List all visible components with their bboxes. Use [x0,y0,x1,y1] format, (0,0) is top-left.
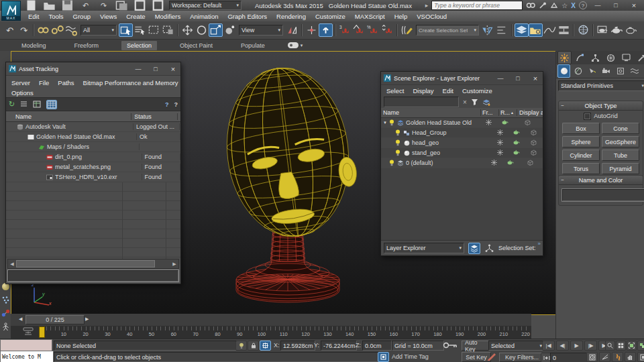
layer-manager-button[interactable] [515,23,529,37]
tab-selection[interactable]: Selection [121,41,157,50]
cone-button[interactable]: Cone [602,123,639,134]
time-slider-handle[interactable]: 0 / 225 [25,315,85,324]
overflow-chevrons-icon[interactable]: » [538,241,541,247]
menu-server[interactable]: Server [11,79,30,86]
object-name-input[interactable] [562,189,644,201]
scene-search-input[interactable] [384,97,459,107]
lightbulb-icon[interactable] [394,129,401,136]
slider-right-arrow[interactable]: ▶ [85,316,89,322]
cylinder-button[interactable]: Cylinder [562,149,600,161]
menu-file[interactable]: File [39,79,49,86]
category-helpers-icon[interactable] [614,64,627,78]
display-as-cell[interactable] [513,119,543,127]
table-row[interactable]: Maps / Shaders [6,142,180,152]
menu-customize[interactable]: Customize [462,87,492,95]
menu-animation[interactable]: Animation [190,13,218,20]
object-type-rollout-header[interactable]: − Object Type [559,101,643,111]
refresh-icon[interactable]: ↻ [9,100,15,109]
horizontal-scrollbar[interactable]: ◀ ▶ [7,259,179,269]
menu-rendering[interactable]: Rendering [276,13,306,20]
details-view-icon[interactable] [33,101,41,108]
close-button[interactable]: × [627,1,641,10]
menu-customize[interactable]: Customize [315,13,345,20]
maximize-button[interactable]: □ [148,64,163,74]
add-time-tag-label[interactable]: Add Time Tag [392,353,429,360]
column-frozen[interactable]: Fr... [481,109,499,116]
select-and-move-icon[interactable] [180,23,195,37]
close-button[interactable]: × [528,74,543,83]
tab-motion[interactable] [604,51,618,64]
expander-icon[interactable]: ▼ [383,121,388,125]
spinner-snap-icon[interactable] [380,23,394,37]
column-display-as[interactable]: Display a... [517,109,543,116]
golden-head-wireframe-model[interactable] [213,58,374,313]
select-object-button[interactable] [119,23,133,37]
bind-spacewarp-icon[interactable] [64,23,78,37]
table-row[interactable]: Golden Head Statue Old.max Ok [6,132,180,142]
selected-set-dropdown[interactable]: Selected ▾ [488,341,545,351]
workspace-dropdown[interactable]: Workspace: Default ▾ [169,1,241,10]
table-row[interactable]: Autodesk Vault Logged Out ... [6,122,180,132]
current-frame-marker[interactable] [39,326,45,338]
tab-utilities[interactable] [635,51,644,64]
search-input[interactable] [431,1,523,10]
menu-create[interactable]: Create [126,13,146,20]
select-and-scale-button[interactable] [209,23,223,37]
hierarchy-mode-button[interactable] [484,243,494,253]
filter-icon[interactable] [471,99,478,106]
named-selection-sets-dropdown[interactable]: Create Selection Set ▾ [416,25,479,36]
menu-edit[interactable]: Edit [443,87,453,95]
selection-lock-icon[interactable] [248,341,259,351]
y-coordinate-field[interactable]: -76.2244cm [321,341,357,351]
display-as-cell[interactable] [524,139,543,147]
z-coordinate-field[interactable]: 0.0cm [362,341,392,351]
isolate-toggle-button[interactable] [378,352,389,362]
maxscript-mini-listener[interactable]: Welcome to M [0,351,54,362]
help-icon[interactable]: ? [165,101,169,108]
lightbulb-icon[interactable] [388,119,395,126]
select-and-link-icon[interactable] [36,23,50,37]
field-of-view-icon[interactable] [599,352,610,362]
mirror-icon[interactable] [481,23,495,37]
tab-populate[interactable]: Populate [235,41,270,50]
tab-display[interactable] [619,51,633,64]
maximize-button[interactable]: □ [511,74,525,83]
column-status[interactable]: Status [131,113,178,120]
category-geometry-button[interactable] [557,64,570,78]
menu-tools[interactable]: Tools [48,13,63,20]
curve-editor-icon[interactable] [543,23,557,37]
scene-row-geometry[interactable]: head_geo [381,138,543,148]
tube-button[interactable]: Tube [602,149,639,161]
maximize-viewport-toggle-icon[interactable] [637,352,644,362]
absolute-offset-mode-icon[interactable] [260,341,271,351]
menu-paths[interactable]: Paths [58,79,74,86]
zoom-extents-icon[interactable] [627,341,637,351]
layer-mode-button[interactable] [468,243,480,254]
zoom-extents-all-icon[interactable] [637,341,644,351]
tab-hierarchy[interactable] [588,51,602,64]
percent-snap-icon[interactable]: % [366,23,380,37]
favorites-star-icon[interactable]: ☆ [561,2,568,9]
maximize-button[interactable]: □ [608,1,623,10]
rectangular-selection-icon[interactable] [147,23,161,37]
3dsmax-logo[interactable]: MAX [1,1,21,21]
tab-object-paint[interactable]: Object Paint [174,41,218,50]
context-help-icon[interactable]: ? [174,101,178,108]
column-proxy[interactable]: Proxy [178,113,180,120]
window-crossing-icon[interactable] [161,23,175,37]
display-as-cell[interactable] [518,160,543,167]
slider-left-arrow[interactable]: ◀ [19,316,22,322]
name-color-rollout-header[interactable]: − Name and Color [559,176,643,185]
scene-explorer-toggle-button[interactable] [529,23,543,37]
menu-maxscript[interactable]: MAXScript [355,13,385,20]
scrollbar-thumb[interactable] [16,260,155,267]
menu-help[interactable]: Help [394,13,408,20]
zoom-icon[interactable] [605,341,615,351]
minimize-button[interactable]: — [493,74,508,83]
previous-frame-button[interactable]: ◀| [556,341,569,351]
renderable-cell[interactable] [508,139,524,146]
menu-vsocloud[interactable]: VSOCloud [417,13,447,20]
next-frame-button[interactable]: |▶ [584,341,597,351]
frozen-cell[interactable] [480,119,496,127]
menu-views[interactable]: Views [100,13,117,20]
